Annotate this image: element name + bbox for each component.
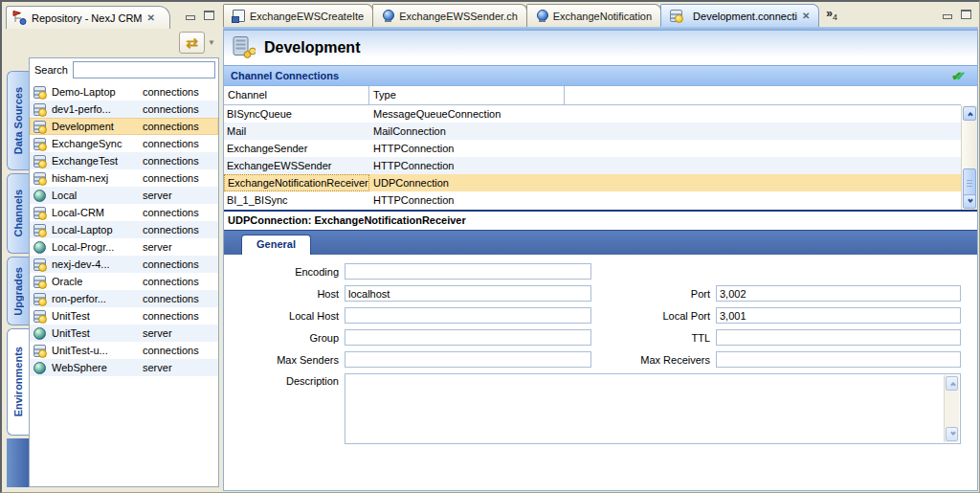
tab-environments[interactable]: Environments [7, 328, 29, 436]
list-item-selected[interactable]: Developmentconnections [30, 118, 218, 135]
repository-panel-tab[interactable]: Repository - NexJ CRM ✕ [6, 6, 170, 29]
connections-icon [33, 258, 46, 271]
host-field[interactable] [345, 285, 591, 302]
tab-general[interactable]: General [241, 235, 311, 255]
table-row-selected[interactable]: ExchangeNotificationReceiverUDPConnectio… [224, 174, 961, 191]
encoding-label: Encoding [224, 266, 345, 278]
editor-area: ExchangeEWSCreateIte ExchangeEWSSender.c… [223, 3, 978, 491]
scroll-up-icon[interactable] [946, 376, 958, 391]
page-header: Development [224, 31, 977, 65]
column-header-empty[interactable] [565, 86, 961, 104]
application-window: Repository - NexJ CRM ✕ ⇄ ▼ Data Sources… [0, 0, 980, 493]
local-host-field[interactable] [345, 307, 591, 324]
list-item[interactable]: Local-CRMconnections [30, 204, 218, 221]
table-row[interactable]: MailMailConnection [224, 123, 961, 140]
close-icon[interactable]: ✕ [147, 12, 155, 23]
list-item[interactable]: ExchangeTestconnections [30, 152, 218, 169]
table-row[interactable]: BI_1_BISyncHTTPConnection [224, 191, 961, 209]
list-item[interactable]: UnitTest-u...connections [30, 342, 218, 359]
encoding-field[interactable] [345, 263, 591, 280]
table-scrollbar[interactable] [961, 105, 977, 210]
list-item[interactable]: dev1-perfo...connections [30, 101, 218, 118]
scroll-down-icon[interactable] [963, 194, 976, 209]
connections-file-icon [670, 10, 682, 22]
description-field[interactable] [345, 373, 961, 444]
scroll-up-icon[interactable] [963, 106, 976, 121]
channel-connections-table: Channel Type BISyncQueueMessageQueueConn… [224, 86, 977, 210]
list-item[interactable]: ExchangeSyncconnections [30, 135, 218, 152]
channel-globe-icon [382, 10, 394, 22]
minimize-icon[interactable] [185, 11, 195, 20]
repository-icon [12, 11, 27, 26]
port-label: Port [591, 288, 716, 300]
max-senders-label: Max Senders [224, 354, 345, 366]
connections-icon [33, 345, 46, 357]
tab-channels[interactable]: Channels [7, 173, 29, 254]
list-item[interactable]: Localserver [30, 187, 218, 204]
connections-icon [33, 224, 46, 236]
list-item[interactable]: Oracleconnections [30, 273, 218, 290]
search-label: Search [34, 64, 68, 76]
table-row[interactable]: ExchangeEWSSenderHTTPConnection [224, 157, 961, 174]
panel-toolbar: ⇄ ▼ [179, 32, 215, 54]
swap-arrows-icon: ⇄ [186, 35, 198, 50]
editor-tab-exchangeewssender[interactable]: ExchangeEWSSender.ch [372, 4, 527, 27]
server-icon [33, 362, 46, 374]
valid-checkmarks-icon: ✔✔ [951, 69, 969, 83]
page-title: Development [264, 39, 360, 56]
list-item[interactable]: ron-perfor...connections [30, 290, 218, 307]
local-port-field[interactable] [716, 307, 961, 324]
link-with-editor-button[interactable]: ⇄ [179, 32, 205, 54]
list-item[interactable]: UnitTestconnections [30, 307, 218, 325]
tab-data-sources[interactable]: Data Sources [7, 71, 29, 170]
list-item[interactable]: UnitTestserver [30, 325, 218, 342]
close-icon[interactable]: ✕ [802, 11, 810, 21]
minimize-icon[interactable] [942, 11, 952, 19]
local-host-label: Local Host [224, 310, 345, 322]
environments-list-panel: Search Demo-Laptopconnections dev1-perfo… [29, 57, 219, 487]
editor-content: Development Channel Connections ✔✔ Chann… [223, 31, 978, 491]
list-item[interactable]: hisham-nexjconnections [30, 169, 218, 187]
maximize-icon[interactable] [204, 11, 214, 20]
connections-icon [33, 103, 46, 116]
list-item[interactable]: Demo-Laptopconnections [30, 83, 218, 101]
port-field[interactable] [716, 285, 961, 302]
group-field[interactable] [345, 329, 591, 346]
connections-icon [33, 207, 46, 219]
panel-title: Repository - NexJ CRM [32, 12, 143, 24]
connections-icon [33, 138, 46, 150]
message-file-icon [233, 10, 245, 22]
view-menu-dropdown-icon[interactable]: ▼ [208, 38, 215, 47]
table-row[interactable]: ExchangeSenderHTTPConnection [224, 140, 961, 157]
max-senders-field[interactable] [345, 351, 591, 368]
connections-icon [33, 121, 46, 133]
server-icon [33, 241, 46, 254]
detail-section-title: UDPConnection: ExchangeNotificationRecei… [224, 212, 977, 230]
table-row[interactable]: BISyncQueueMessageQueueConnection [224, 105, 961, 123]
server-icon [33, 327, 46, 340]
max-receivers-field[interactable] [716, 351, 961, 368]
list-item[interactable]: Local-Progr...server [30, 238, 218, 256]
description-scrollbar[interactable] [944, 375, 959, 442]
editor-tab-exchangenotification[interactable]: ExchangeNotification [526, 4, 661, 27]
ttl-label: TTL [591, 332, 716, 344]
scrollbar-thumb[interactable] [963, 168, 976, 197]
channel-globe-icon [536, 10, 548, 22]
search-input[interactable] [73, 61, 215, 78]
maximize-icon[interactable] [961, 10, 971, 19]
tab-upgrades[interactable]: Upgrades [7, 257, 29, 325]
editor-tab-bar: ExchangeEWSCreateIte ExchangeEWSSender.c… [223, 3, 978, 27]
host-label: Host [224, 288, 345, 300]
editor-tab-exchangeewscreateite[interactable]: ExchangeEWSCreateIte [223, 4, 373, 27]
list-item[interactable]: Local-Laptopconnections [30, 221, 218, 238]
ttl-field[interactable] [716, 329, 961, 346]
column-header-channel[interactable]: Channel [224, 86, 369, 104]
scroll-down-icon[interactable] [946, 427, 958, 441]
editor-tab-development-connections[interactable]: Development.connecti ✕ [660, 4, 819, 27]
repository-panel: Repository - NexJ CRM ✕ ⇄ ▼ Data Sources… [3, 3, 222, 491]
list-item[interactable]: nexj-dev-4...connections [30, 256, 218, 273]
list-item[interactable]: WebSphereserver [30, 359, 218, 376]
column-header-type[interactable]: Type [369, 86, 565, 104]
group-label: Group [224, 332, 345, 344]
hidden-tabs-chevron[interactable]: »4 [826, 7, 837, 22]
